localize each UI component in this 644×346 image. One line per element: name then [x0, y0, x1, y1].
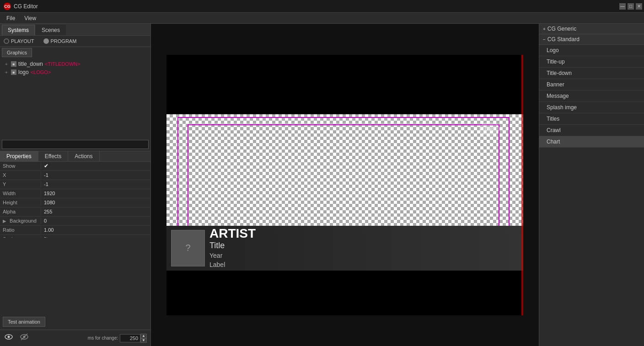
test-animation-area: Test animation — [3, 317, 148, 327]
main-layout: Systems Scenes PLAYOUT PROGRAM Graphics … — [0, 24, 644, 346]
prop-key-show: Show — [0, 162, 41, 170]
expand-icon-titledown: + — [4, 61, 9, 67]
artist-info: ARTIST Title Year Label — [209, 227, 256, 269]
artist-name: ARTIST — [209, 227, 256, 240]
prop-val-x: -1 — [41, 171, 150, 179]
cg-item-titles[interactable]: Titles — [539, 113, 644, 125]
ms-spin-down[interactable]: ▼ — [140, 338, 147, 343]
window-controls: — □ ✕ — [619, 3, 642, 10]
prop-tabs: Properties Effects Actions — [0, 151, 150, 162]
radio-playout[interactable]: PLAYOUT — [4, 38, 34, 44]
prop-val-y: -1 — [41, 181, 150, 188]
cg-standard-label: CG Standard — [547, 36, 580, 43]
cg-standard-header[interactable]: − CG Standard — [539, 34, 644, 45]
prop-row-y: Y -1 — [0, 180, 150, 189]
prop-val-width: 1920 — [41, 190, 150, 197]
radio-program-label: PROGRAM — [51, 38, 77, 44]
black-top-area — [166, 55, 523, 114]
prop-key-ratio: Ratio — [0, 226, 41, 234]
menubar: File View — [0, 13, 644, 24]
ms-label: ms for change: — [88, 335, 118, 341]
cg-item-crawl[interactable]: Crawl — [539, 125, 644, 136]
app-logo: CG — [4, 3, 11, 10]
prop-row-alpha: Alpha 255 — [0, 208, 150, 217]
eye-icon — [4, 332, 14, 342]
prop-val-background: 0 — [41, 217, 150, 224]
eye-visible-button[interactable] — [4, 332, 14, 344]
purple-inner-rect — [188, 124, 499, 243]
prop-row-scale: Scale fit-ar — [0, 235, 150, 238]
radio-row: PLAYOUT PROGRAM — [0, 36, 150, 47]
canvas-area: fuel ? ARTIST Title Year Label — [151, 24, 539, 346]
prop-val-ratio: 1.00 — [41, 226, 150, 234]
cg-item-logo[interactable]: Logo — [539, 45, 644, 56]
titlebar: CG CG Editor — □ ✕ — [0, 0, 644, 13]
filter-box — [2, 140, 149, 149]
prop-key-y: Y — [0, 181, 41, 188]
tree-item-logo[interactable]: + ■ logo <LOGO> — [2, 68, 149, 76]
artist-image: ? — [171, 230, 205, 266]
prop-row-ratio: Ratio 1.00 — [0, 226, 150, 235]
cg-generic-expand-icon: + — [543, 27, 546, 32]
menu-file[interactable]: File — [2, 14, 20, 22]
prop-key-background: ▶ Background — [0, 217, 41, 224]
artist-year: Year — [209, 251, 256, 260]
minimize-button[interactable]: — — [619, 3, 626, 10]
cg-item-titleup[interactable]: Title-up — [539, 56, 644, 68]
ms-input[interactable] — [120, 334, 140, 342]
prop-key-x: X — [0, 171, 41, 179]
tree-tag-logo: <LOGO> — [31, 69, 51, 75]
radio-playout-dot — [4, 38, 9, 44]
prop-row-height: Height 1080 — [0, 198, 150, 208]
svg-point-1 — [8, 336, 10, 338]
ms-spin-up[interactable]: ▲ — [140, 334, 147, 338]
tab-systems[interactable]: Systems — [2, 25, 35, 35]
cg-item-chart[interactable]: Chart — [539, 136, 644, 148]
filter-input[interactable] — [2, 140, 149, 149]
preview-frame: fuel ? ARTIST Title Year Label — [166, 55, 523, 315]
fuel-logo: fuel — [479, 122, 499, 135]
ms-input-group: ms for change: ▲ ▼ — [88, 334, 147, 343]
prop-key-width: Width — [0, 190, 41, 197]
prop-val-height: 1080 — [41, 199, 150, 206]
ms-spinners: ▲ ▼ — [140, 334, 147, 343]
left-panel: Systems Scenes PLAYOUT PROGRAM Graphics … — [0, 24, 151, 346]
prop-key-alpha: Alpha — [0, 208, 41, 215]
cg-standard-expand-icon: − — [543, 37, 546, 42]
properties-table: Show ✔ X -1 Y -1 Width 1920 Height 1080 — [0, 162, 150, 238]
menu-view[interactable]: View — [20, 14, 41, 22]
show-checkmark: ✔ — [44, 163, 48, 169]
radio-playout-label: PLAYOUT — [11, 38, 34, 44]
cg-item-banner[interactable]: Banner — [539, 79, 644, 90]
cg-item-titledown[interactable]: Title-down — [539, 68, 644, 79]
cg-generic-header[interactable]: + CG Generic — [539, 24, 644, 34]
tree-item-titledown[interactable]: + ■ title_down <TITLEDOWN> — [2, 60, 149, 68]
prop-row-x: X -1 — [0, 171, 150, 180]
bottom-toolbar: ms for change: ▲ ▼ — [0, 330, 150, 346]
app-title: CG Editor — [14, 3, 38, 10]
prop-tab-actions[interactable]: Actions — [68, 151, 99, 161]
tree-area: + ■ title_down <TITLEDOWN> + ■ logo <LOG… — [0, 58, 150, 138]
prop-row-width: Width 1920 — [0, 189, 150, 198]
radio-program[interactable]: PROGRAM — [43, 38, 77, 44]
prop-row-background: ▶ Background 0 — [0, 217, 150, 226]
prop-val-alpha: 255 — [41, 208, 150, 215]
tree-tag-titledown: <TITLEDOWN> — [45, 61, 80, 67]
artist-title: Title — [209, 241, 256, 251]
right-panel: + CG Generic − CG Standard Logo Title-up… — [539, 24, 644, 346]
prop-tab-effects[interactable]: Effects — [38, 151, 68, 161]
close-button[interactable]: ✕ — [636, 3, 642, 10]
prop-tab-properties[interactable]: Properties — [0, 151, 38, 161]
tab-scenes[interactable]: Scenes — [36, 25, 66, 35]
graphics-tab[interactable]: Graphics — [2, 48, 32, 57]
test-animation-button[interactable]: Test animation — [3, 317, 45, 327]
eye-hidden-button[interactable] — [19, 332, 29, 344]
maximize-button[interactable]: □ — [628, 3, 634, 10]
prop-spacer — [0, 238, 150, 314]
cg-item-message[interactable]: Message — [539, 90, 644, 102]
tree-icon-titledown: ■ — [11, 61, 16, 67]
main-tabs-bar: Systems Scenes — [0, 24, 150, 36]
background-expand-icon[interactable]: ▶ — [3, 218, 6, 224]
cg-item-splashimge[interactable]: Splash imge — [539, 102, 644, 113]
expand-icon-logo: + — [4, 69, 9, 75]
